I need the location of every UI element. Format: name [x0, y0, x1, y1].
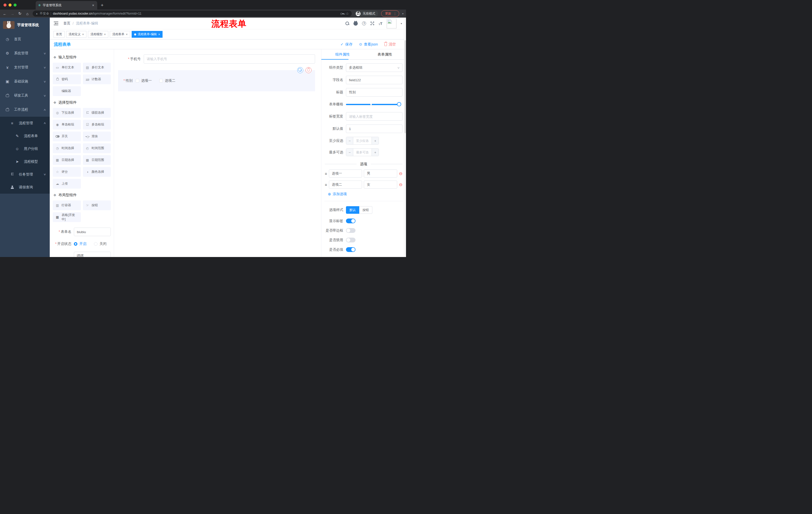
page-scrollbar[interactable] [404, 18, 406, 257]
zoom-window-button[interactable] [13, 3, 17, 6]
palette-item-date-range[interactable]: ▩日期范围 [83, 155, 111, 165]
form-grid-slider[interactable] [346, 104, 399, 105]
close-window-button[interactable] [3, 3, 6, 6]
min-select-input[interactable] [353, 137, 372, 144]
palette-item-password[interactable]: 密码 [53, 75, 81, 84]
palette-item-select[interactable]: ◎下拉选择 [53, 108, 81, 118]
status-off-radio[interactable] [94, 242, 97, 246]
disabled-toggle[interactable] [346, 238, 355, 242]
sidebar-item-system[interactable]: ⚙ 系统管理 ∨ [0, 46, 50, 60]
sidebar-item-home[interactable]: ◷ 首页 [0, 32, 50, 46]
palette-item-single-text[interactable]: ▭单行文本 [53, 63, 81, 73]
palette-item-switch[interactable]: 开关 [53, 132, 81, 141]
fullscreen-icon[interactable] [370, 21, 374, 25]
search-icon[interactable] [345, 22, 349, 25]
bookmark-star-icon[interactable]: ☆ [346, 11, 349, 16]
show-label-toggle[interactable] [346, 218, 355, 223]
sidebar-item-process-model[interactable]: ➤ 流程模型 [0, 155, 50, 168]
gender-option-1[interactable]: 选项一 [136, 78, 152, 83]
style-button-button[interactable]: 按钮 [359, 206, 372, 214]
checkbox[interactable] [159, 79, 163, 82]
gender-option-2[interactable]: 选项二 [159, 78, 175, 83]
page-tab-process-definition[interactable]: 流程定义× [66, 31, 86, 38]
help-icon[interactable]: ? [362, 21, 366, 25]
status-on-label[interactable]: 开启 [79, 242, 86, 246]
close-tab-icon[interactable]: × [158, 33, 160, 36]
browser-update-button[interactable]: 更新 ⋮ [381, 10, 399, 17]
breadcrumb-home[interactable]: 首页 [63, 21, 70, 26]
link-tag[interactable] [321, 58, 321, 65]
text-size-icon[interactable]: TT [379, 21, 382, 26]
palette-item-color-picker[interactable]: ◑颜色选择 [83, 167, 111, 177]
not-secure-label[interactable]: 不安全 [40, 11, 49, 16]
option-value-input[interactable] [364, 181, 397, 189]
sidebar-logo[interactable]: 芋道管理系统 [0, 18, 50, 32]
minimize-window-button[interactable] [8, 3, 11, 6]
gender-field-row-selected[interactable]: *性别 选项一 选项二 [118, 70, 315, 91]
sidebar-item-devtools[interactable]: 研发工具 ∨ [0, 88, 50, 103]
browser-menu-caret-icon[interactable]: ▾ [402, 12, 404, 15]
palette-item-counter[interactable]: 123计数器 [83, 75, 111, 84]
status-off-label[interactable]: 关闭 [99, 242, 107, 246]
palette-item-button[interactable]: ☞按钮 [83, 200, 111, 210]
phone-input[interactable] [144, 54, 315, 64]
increase-button[interactable]: + [372, 148, 379, 156]
copy-component-icon[interactable] [297, 67, 303, 73]
close-tab-icon[interactable]: × [126, 33, 127, 36]
title-input[interactable] [346, 88, 403, 97]
github-icon[interactable] [353, 21, 358, 26]
sidebar-item-workflow[interactable]: 工作流程 ∧ [0, 103, 50, 117]
sidebar-item-user-group[interactable]: ☺ 用户分组 [0, 142, 50, 155]
close-tab-icon[interactable]: × [104, 33, 106, 36]
sidebar-item-leave-query[interactable]: 请假查询 [0, 181, 50, 194]
avatar[interactable] [387, 19, 397, 28]
window-controls[interactable] [0, 3, 20, 9]
new-tab-button[interactable]: + [101, 2, 104, 9]
reload-icon[interactable]: ↻ [18, 11, 22, 16]
forward-icon[interactable]: → [10, 11, 14, 16]
delete-component-icon[interactable] [306, 67, 312, 73]
decrease-button[interactable]: − [346, 148, 353, 156]
drag-handle-icon[interactable]: ≡ [325, 171, 327, 176]
checkbox[interactable] [136, 79, 139, 82]
phone-field-row[interactable]: *手机号 [118, 54, 318, 64]
page-tab-process-form[interactable]: 流程表单× [110, 31, 130, 38]
palette-item-checkbox-group[interactable]: ☑多选框组 [83, 120, 111, 130]
password-key-icon[interactable] [341, 12, 344, 15]
url-text[interactable]: dashboard.yudao.iocoder.cn/bpm/manager/f… [53, 12, 141, 15]
remove-option-icon[interactable]: ⊖ [399, 171, 403, 176]
sidebar-item-infra[interactable]: ▣ 基础设施 ∨ [0, 75, 50, 88]
sidebar-item-process-form[interactable]: ✎ 流程表单 [0, 130, 50, 142]
form-name-input[interactable] [74, 227, 111, 236]
palette-item-multi-text[interactable]: ▤多行文本 [83, 63, 111, 73]
back-icon[interactable]: ← [2, 11, 7, 16]
palette-item-slider[interactable]: 滑块 [83, 132, 111, 141]
palette-item-table[interactable]: ▦表格[开发中] [53, 212, 81, 222]
tab-component-props[interactable]: 组件属性 [321, 49, 364, 59]
home-icon[interactable]: ⌂ [25, 11, 30, 16]
max-select-input[interactable] [353, 148, 372, 156]
palette-item-date-picker[interactable]: ▦日期选择 [53, 155, 81, 165]
add-option-button[interactable]: ⊕添加选项 [328, 192, 403, 196]
palette-item-row-container[interactable]: ▥行容器 [53, 200, 81, 210]
save-button[interactable]: ✓保存 [341, 42, 352, 47]
clear-button[interactable]: 清空 [384, 42, 396, 47]
view-json-button[interactable]: ⊙查看json [359, 42, 378, 47]
option-label-input[interactable] [329, 181, 362, 189]
decrease-button[interactable]: − [346, 137, 353, 144]
form-remark-textarea[interactable]: 嘿嘿 [74, 252, 111, 257]
page-tab-process-form-edit[interactable]: 流程表单-编辑× [132, 31, 163, 38]
close-tab-icon[interactable]: × [92, 3, 95, 7]
status-on-radio[interactable] [74, 242, 77, 246]
palette-item-time-range[interactable]: ◴时间范围 [83, 143, 111, 153]
border-toggle[interactable] [346, 228, 355, 233]
field-name-input[interactable] [346, 76, 403, 84]
required-toggle[interactable] [346, 247, 355, 252]
palette-item-radio-group[interactable]: ◉单选框组 [53, 120, 81, 130]
increase-button[interactable]: + [372, 137, 379, 144]
label-width-input[interactable] [346, 112, 403, 121]
palette-item-editor[interactable]: 编辑器 [53, 86, 81, 96]
url-bar[interactable]: ▲ 不安全 dashboard.yudao.iocoder.cn/bpm/man… [33, 10, 352, 17]
browser-tab[interactable]: ❋ 芋道管理系统 × [36, 1, 97, 9]
option-label-input[interactable] [329, 169, 362, 178]
